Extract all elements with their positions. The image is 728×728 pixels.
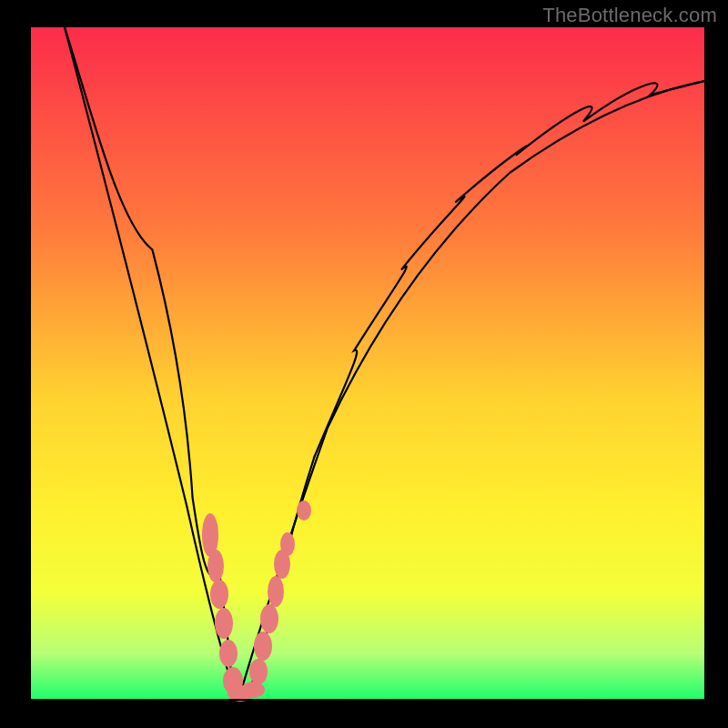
svg-point-4: [219, 640, 238, 667]
watermark-text: TheBottleneck.com: [542, 4, 717, 27]
svg-point-14: [297, 500, 311, 521]
svg-point-11: [268, 576, 284, 607]
svg-point-3: [215, 608, 233, 639]
svg-point-7: [241, 682, 265, 698]
svg-point-8: [249, 659, 268, 684]
svg-point-2: [210, 580, 228, 609]
svg-point-13: [280, 532, 295, 556]
chart-frame: TheBottleneck.com: [0, 0, 728, 728]
svg-point-9: [254, 632, 272, 661]
plot-gradient-background: [31, 27, 704, 701]
marker-outlier-right: [297, 500, 311, 521]
svg-point-1: [207, 550, 224, 582]
baseline: [31, 699, 704, 701]
svg-point-10: [260, 604, 278, 633]
bottleneck-chart: [0, 0, 728, 728]
